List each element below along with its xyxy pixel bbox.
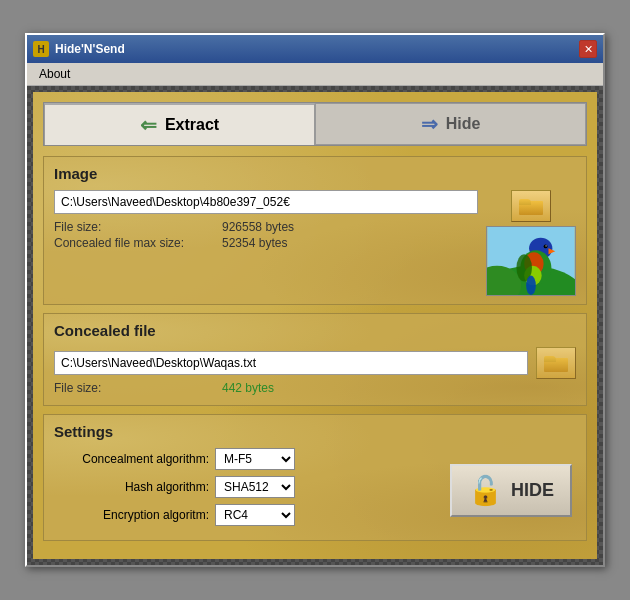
image-section-title: Image [54,165,576,182]
concealed-section: Concealed file File size: 442 bytes [43,313,587,406]
outer-frame: ⇐ Extract ⇒ Hide Image Fi [27,86,603,565]
close-button[interactable]: ✕ [579,40,597,58]
title-bar-left: H Hide'N'Send [33,41,125,57]
image-filesize-value: 926558 bytes [222,220,294,234]
concealed-file-input[interactable] [54,351,528,375]
svg-point-9 [545,245,546,246]
hash-select[interactable]: SHA512 SHA256 MD5 [215,476,295,498]
image-file-row [54,190,478,214]
extract-arrow-icon: ⇐ [140,113,157,137]
settings-grid: Concealment algorithm: M-F5 F5 LSB Hash … [54,448,576,532]
hide-button-container: 🔓 HIDE [446,448,576,532]
main-window: H Hide'N'Send ✕ About ⇐ Extract ⇒ Hide [25,33,605,567]
concealment-select[interactable]: M-F5 F5 LSB [215,448,295,470]
tabs-container: ⇐ Extract ⇒ Hide [43,102,587,146]
image-maxsize-label: Concealed file max size: [54,236,214,250]
image-right-panel [486,190,576,296]
image-maxsize-row: Concealed file max size: 52354 bytes [54,236,478,250]
parrot-preview-svg [487,227,575,295]
image-folder-button[interactable] [511,190,551,222]
folder-icon [519,197,543,215]
image-filesize-label: File size: [54,220,214,234]
concealed-filesize-value: 442 bytes [222,381,274,395]
concealed-file-row [54,347,576,379]
menu-bar: About [27,63,603,86]
content-panel: ⇐ Extract ⇒ Hide Image Fi [33,92,597,559]
image-filesize-row: File size: 926558 bytes [54,220,478,234]
tab-extract[interactable]: ⇐ Extract [44,103,315,145]
image-section-content: File size: 926558 bytes Concealed file m… [54,190,576,296]
image-maxsize-value: 52354 bytes [222,236,287,250]
window-title: Hide'N'Send [55,42,125,56]
concealed-section-title: Concealed file [54,322,576,339]
hash-label: Hash algorithm: [54,480,209,494]
tab-hide[interactable]: ⇒ Hide [315,103,586,145]
image-left-panel: File size: 926558 bytes Concealed file m… [54,190,478,296]
menu-about[interactable]: About [35,66,74,82]
concealed-folder-button[interactable] [536,347,576,379]
concealment-label: Concealment algorithm: [54,452,209,466]
hide-arrow-icon: ⇒ [421,112,438,136]
encryption-select[interactable]: RC4 AES DES [215,504,295,526]
svg-point-11 [526,276,536,295]
title-bar: H Hide'N'Send ✕ [27,35,603,63]
encryption-label: Encryption algoritm: [54,508,209,522]
concealed-filesize-row: File size: 442 bytes [54,381,576,395]
concealment-row: Concealment algorithm: M-F5 F5 LSB [54,448,436,470]
settings-section-title: Settings [54,423,576,440]
concealed-filesize-label: File size: [54,381,214,395]
tab-hide-label: Hide [446,115,481,133]
svg-point-8 [544,244,548,248]
tab-extract-label: Extract [165,116,219,134]
hash-row: Hash algorithm: SHA512 SHA256 MD5 [54,476,436,498]
image-preview [486,226,576,296]
app-icon: H [33,41,49,57]
settings-section: Settings Concealment algorithm: M-F5 F5 … [43,414,587,541]
hide-button[interactable]: 🔓 HIDE [450,464,572,517]
hide-button-label: HIDE [511,480,554,501]
image-file-input[interactable] [54,190,478,214]
encryption-row: Encryption algoritm: RC4 AES DES [54,504,436,526]
lock-icon: 🔓 [468,474,503,507]
image-section: Image File size: 926558 bytes Concealed … [43,156,587,305]
settings-left: Concealment algorithm: M-F5 F5 LSB Hash … [54,448,436,532]
concealed-folder-icon [544,354,568,372]
